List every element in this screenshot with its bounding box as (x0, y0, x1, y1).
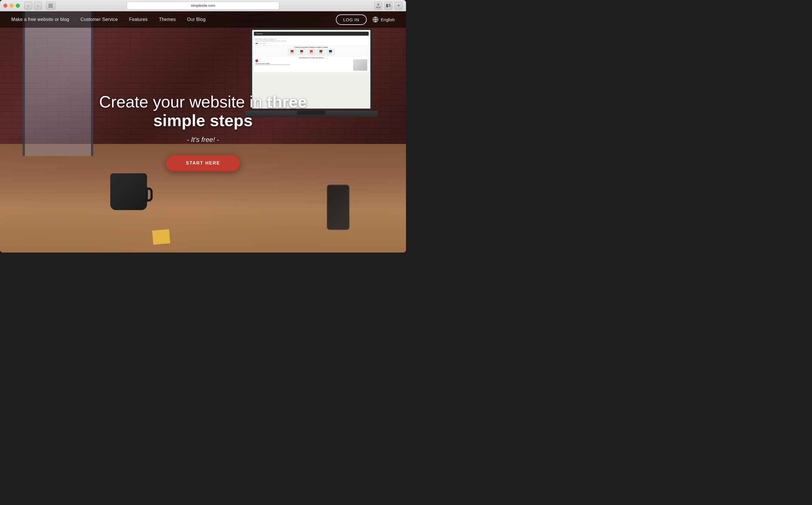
hero-headline-part1: Create your website in (99, 93, 267, 111)
nav-right: LOG IN English (336, 14, 395, 25)
laptop-bottom-row: Choose a website template A great lookin… (255, 59, 367, 71)
forward-button[interactable]: › (34, 2, 42, 10)
browser-content: SimpleSite Be online within minutes ••••… (0, 11, 406, 252)
svg-rect-1 (48, 5, 53, 6)
nav-controls: ‹ › (24, 2, 55, 10)
maximize-button[interactable] (16, 4, 20, 8)
language-selector[interactable]: English (372, 16, 395, 23)
laptop-icons-row: Business Engine Webstore (257, 49, 366, 55)
mug-body (110, 173, 147, 210)
laptop-inner-content: Be online within minutes •••• Create you… (254, 37, 369, 72)
nav-link-blog[interactable]: Our Blog (187, 17, 206, 22)
svg-rect-0 (48, 4, 53, 5)
sidebar-button[interactable] (46, 2, 55, 10)
new-tab-button[interactable]: + (395, 2, 403, 10)
laptop-icon-engine: Engine (297, 49, 306, 55)
svg-rect-3 (386, 4, 388, 7)
url-text: simplesite.com (191, 3, 215, 8)
laptop-step-indicator (255, 59, 258, 62)
title-bar-right: + (374, 2, 403, 10)
site-navbar: Make a free website or blog Customer Ser… (0, 11, 406, 28)
traffic-lights (3, 4, 20, 8)
coffee-mug (110, 165, 147, 210)
back-button[interactable]: ‹ (24, 2, 32, 10)
nav-link-themes[interactable]: Themes (159, 17, 176, 22)
close-button[interactable] (3, 4, 7, 8)
mug-handle (146, 187, 153, 202)
reader-button[interactable] (385, 2, 392, 10)
mac-window: ‹ › simplesite.com (0, 0, 406, 252)
laptop-topbar: SimpleSite (254, 32, 369, 36)
svg-rect-2 (48, 7, 53, 7)
laptop-inner-headline: Be online within minutes •••• (255, 38, 367, 40)
url-bar[interactable]: simplesite.com (127, 2, 279, 10)
hero-section: SimpleSite Be online within minutes ••••… (0, 11, 406, 252)
laptop-pick-title: PLEASE PICK THE KIND OF WEBSITE YOU WANT… (257, 47, 366, 48)
login-button[interactable]: LOG IN (336, 14, 367, 25)
title-bar: ‹ › simplesite.com (0, 0, 406, 11)
laptop-icon-business: Business (288, 49, 296, 55)
svg-rect-5 (388, 5, 391, 6)
step-1 (255, 43, 258, 44)
step-3 (263, 43, 265, 44)
nav-link-features[interactable]: Features (129, 17, 148, 22)
svg-rect-4 (388, 4, 391, 5)
laptop-icon-music: Music (326, 49, 335, 55)
step-2 (259, 43, 262, 44)
nav-link-make-website[interactable]: Make a free website or blog (11, 17, 69, 22)
hero-text-block: Create your website in three simple step… (76, 93, 330, 171)
svg-rect-6 (388, 6, 391, 7)
language-label: English (381, 17, 395, 22)
hero-headline: Create your website in three simple step… (76, 93, 330, 130)
laptop-icon-webstore: Webstore (307, 49, 316, 55)
laptop-steps (255, 43, 367, 44)
globe-icon (372, 16, 379, 23)
laptop-brand: SimpleSite (256, 33, 263, 34)
nav-links: Make a free website or blog Customer Ser… (11, 17, 336, 22)
start-here-button[interactable]: START HERE (166, 155, 240, 171)
sticky-note (152, 229, 170, 244)
laptop-icon-portfolio: Portfolio (317, 49, 325, 55)
laptop-choose-section: Choose a website template A great lookin… (255, 59, 352, 65)
minimize-button[interactable] (10, 4, 14, 8)
laptop-choose-desc: A great looking website starts with a gr… (255, 64, 352, 65)
laptop-preview-thumb (353, 59, 367, 71)
url-bar-container: simplesite.com (127, 2, 279, 10)
laptop-how-easy: THIS IS HOW EASY IT IS TO MAKE YOUR OWN … (255, 57, 367, 58)
nav-link-customer-service[interactable]: Customer Service (80, 17, 118, 22)
hero-subline: - It's free! - (76, 136, 330, 144)
laptop-pick-section: PLEASE PICK THE KIND OF WEBSITE YOU WANT… (255, 45, 367, 56)
share-button[interactable] (374, 2, 382, 10)
phone (327, 185, 350, 230)
laptop-inner-sub: Create your own free website with Simple… (255, 40, 367, 41)
